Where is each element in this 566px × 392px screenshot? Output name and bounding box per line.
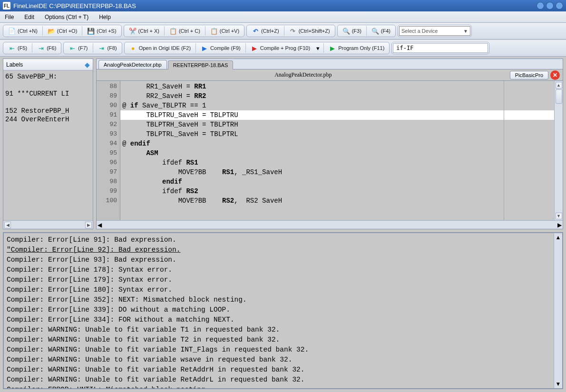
- close-tab-button[interactable]: ✕: [550, 70, 560, 80]
- save-file-label: (Ctrl +S): [97, 28, 116, 34]
- code-line[interactable]: MOVE?BB RS2, RS2 SaveH: [120, 196, 554, 206]
- f8-label: (F8): [107, 45, 117, 51]
- find-button[interactable]: 🔍 (F3): [340, 26, 364, 36]
- output-line[interactable]: Compiler: Error[Line 93]: Bad expression…: [7, 255, 551, 265]
- outdent-right-icon: ⇥: [98, 44, 106, 52]
- program-only-icon: ▶: [329, 44, 336, 52]
- labels-list[interactable]: 65 SavePBP_H: 91 ***CURRENT LI 152 Resto…: [3, 70, 93, 220]
- output-line[interactable]: Compiler: Error[Line 334]: FOR without a…: [7, 315, 551, 325]
- outdent-f8-button[interactable]: ⇥ (F8): [95, 43, 120, 53]
- output-line[interactable]: Compiler: WARNING: Unable to fit variabl…: [7, 375, 551, 385]
- compiler-output[interactable]: Compiler: Error[Line 91]: Bad expression…: [4, 233, 554, 388]
- scroll-right-icon[interactable]: ▶: [85, 222, 92, 228]
- output-line[interactable]: Compiler: ERROR: UNTIL: Mismatched block…: [7, 385, 551, 388]
- file-path-row: AnalogPeakDetector.pbp PicBasicPro ✕: [97, 69, 563, 81]
- output-vscroll[interactable]: ▲ ▼: [554, 233, 562, 388]
- labels-header[interactable]: Labels ◆: [3, 59, 93, 70]
- scroll-up-icon[interactable]: ▲: [556, 82, 562, 88]
- scroll-down-icon[interactable]: ▼: [556, 381, 561, 387]
- output-line[interactable]: Compiler: WARNING: Unable to fit variabl…: [7, 355, 551, 365]
- redo-icon: ↷: [289, 27, 297, 35]
- f5-label: (F5): [18, 45, 27, 51]
- code-body[interactable]: RR1_SaveH = RR1 RR2_SaveH = RR2@ if Save…: [120, 81, 554, 220]
- indent-left-f5-button[interactable]: ⇤ (F5): [5, 43, 30, 53]
- output-line[interactable]: Compiler: Error[Line 91]: Bad expression…: [7, 235, 551, 245]
- open-origi-button[interactable]: ● Open in Origi IDE (F2): [127, 43, 194, 53]
- scroll-right-icon[interactable]: ▶: [557, 222, 562, 228]
- output-line[interactable]: Compiler: WARNING: Unable to fit variabl…: [7, 365, 551, 375]
- magnifier-replace-icon: 🔍: [371, 27, 379, 35]
- tab-analog-peak[interactable]: AnalogPeakDetector.pbp: [98, 60, 167, 69]
- device-select[interactable]: Select a Device ▼: [399, 26, 470, 36]
- output-line[interactable]: Compiler: Error[Line 179]: Syntax error.: [7, 275, 551, 285]
- code-line[interactable]: ifdef RS2: [120, 186, 554, 196]
- menu-help[interactable]: Help: [97, 13, 113, 21]
- find-replace-button[interactable]: 🔍 (F4): [369, 26, 393, 36]
- scroll-left-icon[interactable]: ◀: [98, 222, 102, 228]
- new-file-button[interactable]: 📄 (Ctrl +N): [5, 26, 40, 36]
- output-line[interactable]: Compiler: Error[Line 352]: NEXT: Mismatc…: [7, 295, 551, 305]
- code-line[interactable]: @ if Save_TBLPTR == 1: [120, 101, 554, 110]
- program-only-label: Program Only (F11): [338, 45, 384, 51]
- code-line[interactable]: MOVE?BB RS1, _RS1_SaveH: [120, 167, 554, 177]
- labels-hscroll[interactable]: ◀ ▶: [3, 220, 93, 229]
- code-line[interactable]: TBLPTRU_SaveH = TBLPTRU: [120, 110, 554, 120]
- compile-prog-icon: ▶: [251, 44, 258, 52]
- if-expression-box[interactable]: if-IF: [393, 43, 488, 53]
- compile-prog-button[interactable]: ▶ Compile + Prog (F10): [248, 43, 313, 53]
- compiler-output-panel: Compiler: Error[Line 91]: Bad expression…: [3, 232, 563, 389]
- output-line[interactable]: Compiler: Error[Line 178]: Syntax error.: [7, 265, 551, 275]
- line-gutter: 888990919293949596979899100: [97, 81, 120, 220]
- code-line[interactable]: @ endif: [120, 139, 554, 148]
- cut-button[interactable]: ✂️ (Ctrl + X): [126, 26, 162, 36]
- minimize-button[interactable]: [537, 2, 544, 10]
- output-line[interactable]: Compiler: Error[Line 339]: DO without a …: [7, 305, 551, 315]
- window-title: FineLineIDE C:\PBP\REENTERPBP-18.BAS: [13, 2, 136, 10]
- code-line[interactable]: ASM: [120, 148, 554, 158]
- output-line[interactable]: Compiler: WARNING: Unable to fit variabl…: [7, 325, 551, 335]
- paste-button[interactable]: 📋 (Ctrl +V): [207, 26, 242, 36]
- dropdown-caret-icon[interactable]: ▾: [314, 44, 322, 52]
- code-line[interactable]: ifdef RS1: [120, 158, 554, 167]
- maximize-button[interactable]: [546, 2, 554, 10]
- menu-file[interactable]: File: [3, 13, 16, 21]
- redo-button[interactable]: ↷ (Ctrl+Shift+Z): [286, 26, 333, 36]
- open-file-button[interactable]: 📂 (Ctrl +O): [45, 26, 80, 36]
- code-line[interactable]: RR2_SaveH = RR2: [120, 91, 554, 101]
- undo-button[interactable]: ↶ (Ctrl+Z): [249, 26, 282, 36]
- output-line[interactable]: Compiler: Error[Line 180]: Syntax error.: [7, 285, 551, 295]
- close-window-button[interactable]: [556, 2, 563, 10]
- language-badge[interactable]: PicBasicPro: [510, 71, 548, 79]
- menu-edit[interactable]: Edit: [22, 13, 36, 21]
- scroll-left-icon[interactable]: ◀: [4, 222, 11, 228]
- tab-reenterpbp[interactable]: REENTERPBP-18.BAS: [168, 60, 234, 69]
- compile-button[interactable]: ▶ Compile (F9): [198, 43, 244, 53]
- output-line[interactable]: "Compiler: Error[Line 92]: Bad expressio…: [7, 245, 551, 255]
- copy-button[interactable]: 📋 (Ctrl + C): [166, 26, 203, 36]
- menu-options[interactable]: Options (Ctrl + T): [43, 13, 90, 21]
- program-only-button[interactable]: ▶ Program Only (F11): [326, 43, 387, 53]
- outdent-f7-button[interactable]: ⇤ (F7): [66, 43, 90, 53]
- chevron-down-icon: ▼: [463, 29, 468, 34]
- vscroll-thumb[interactable]: [556, 89, 562, 104]
- indent-right-f6-button[interactable]: ⇥ (F6): [34, 43, 59, 53]
- scroll-down-icon[interactable]: ▼: [556, 213, 562, 219]
- labels-header-text: Labels: [6, 61, 23, 68]
- output-line[interactable]: Compiler: WARNING: Unable to fit variabl…: [7, 345, 551, 355]
- code-line[interactable]: TBLPTRH_SaveH = TBLPTRH: [120, 120, 554, 129]
- editor-vscroll[interactable]: ▲ ▼: [554, 81, 563, 220]
- editor-hscroll[interactable]: ◀ ▶: [97, 220, 563, 229]
- output-line[interactable]: Compiler: WARNING: Unable to fit variabl…: [7, 335, 551, 345]
- compile-prog-label: Compile + Prog (F10): [260, 45, 310, 51]
- code-line[interactable]: RR1_SaveH = RR1: [120, 82, 554, 91]
- code-line[interactable]: TBLPTRL_SaveH = TBLPTRL: [120, 129, 554, 139]
- indent-right-icon: ⇥: [37, 44, 45, 52]
- find-label: (F3): [352, 28, 361, 34]
- paste-icon: 📋: [210, 27, 218, 35]
- scroll-up-icon[interactable]: ▲: [556, 234, 561, 241]
- menu-bar: File Edit Options (Ctrl + T) Help: [0, 11, 566, 23]
- code-line[interactable]: endif: [120, 177, 554, 186]
- magnifier-icon: 🔍: [342, 27, 350, 35]
- device-select-text: Select a Device: [401, 28, 438, 34]
- save-file-button[interactable]: 💾 (Ctrl +S): [84, 26, 119, 36]
